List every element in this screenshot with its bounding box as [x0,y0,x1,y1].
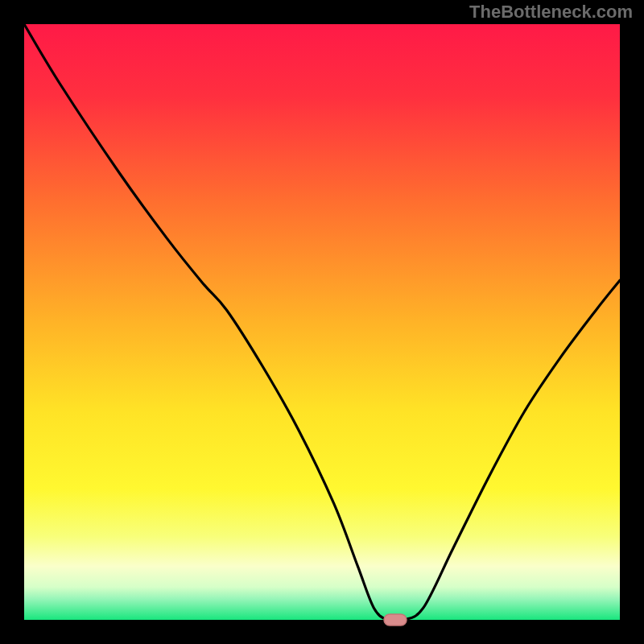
chart-frame: TheBottleneck.com [0,0,644,644]
optimal-point [384,614,407,625]
watermark-text: TheBottleneck.com [469,2,633,23]
svg-rect-1 [24,24,620,620]
bottleneck-chart [0,0,644,644]
